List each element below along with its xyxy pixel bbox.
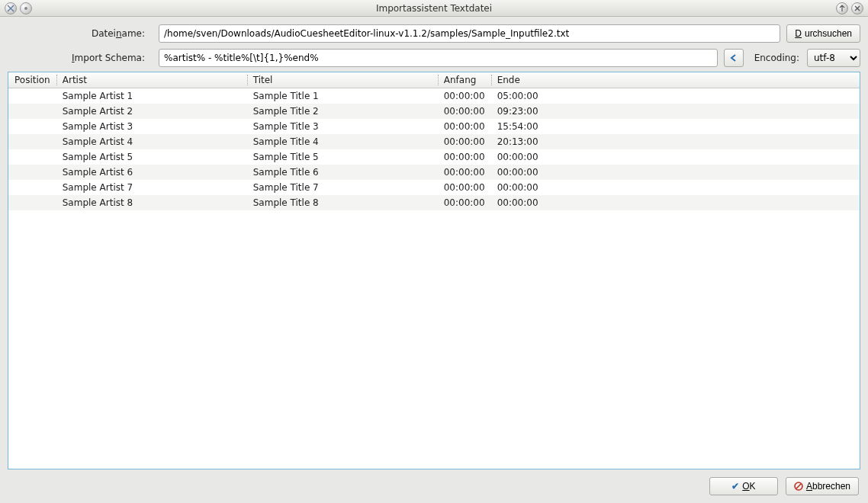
cell-title: Sample Title 6 [247, 165, 438, 180]
col-header-ende[interactable]: Ende [491, 72, 860, 88]
cell-position [8, 195, 56, 210]
arrow-left-icon [728, 53, 739, 63]
svg-point-0 [24, 7, 27, 10]
cell-position [8, 104, 56, 119]
app-menu-icon[interactable] [5, 2, 17, 14]
cell-artist: Sample Artist 2 [56, 104, 247, 119]
cell-ende: 20:13:00 [491, 134, 860, 149]
col-header-artist[interactable]: Artist [56, 72, 247, 88]
col-header-title[interactable]: Titel [247, 72, 438, 88]
titlebar: Importassistent Textdatei [0, 0, 868, 17]
table-row[interactable]: Sample Artist 1Sample Title 100:00:0005:… [8, 88, 860, 104]
form-area: Dateiname: Durchsuchen Import Schema: En… [0, 17, 868, 72]
cell-title: Sample Title 3 [247, 119, 438, 134]
cell-anfang: 00:00:00 [438, 134, 491, 149]
dialog-window: Importassistent Textdatei Dateiname: Dur… [0, 0, 868, 503]
cell-title: Sample Title 7 [247, 180, 438, 195]
cell-anfang: 00:00:00 [438, 119, 491, 134]
cell-ende: 05:00:00 [491, 88, 860, 104]
refresh-button[interactable] [724, 49, 744, 67]
schema-label: Import Schema: [8, 53, 153, 63]
table-row[interactable]: Sample Artist 3Sample Title 300:00:0015:… [8, 119, 860, 134]
ok-button[interactable]: ✔ OK [709, 477, 778, 495]
cell-artist: Sample Artist 7 [56, 180, 247, 195]
table-row[interactable]: Sample Artist 4Sample Title 400:00:0020:… [8, 134, 860, 149]
svg-line-2 [796, 484, 801, 489]
table-row[interactable]: Sample Artist 2Sample Title 200:00:0009:… [8, 104, 860, 119]
close-icon[interactable] [851, 2, 863, 14]
table-row[interactable]: Sample Artist 6Sample Title 600:00:0000:… [8, 165, 860, 180]
table-row[interactable]: Sample Artist 7Sample Title 700:00:0000:… [8, 180, 860, 195]
cell-ende: 00:00:00 [491, 180, 860, 195]
maximize-icon[interactable] [836, 2, 848, 14]
cell-ende: 00:00:00 [491, 165, 860, 180]
cell-title: Sample Title 2 [247, 104, 438, 119]
col-header-position[interactable]: Position [8, 72, 56, 88]
cell-anfang: 00:00:00 [438, 165, 491, 180]
cell-artist: Sample Artist 1 [56, 88, 247, 104]
cell-position [8, 149, 56, 165]
encoding-select[interactable]: utf-8 [807, 49, 860, 67]
cell-artist: Sample Artist 3 [56, 119, 247, 134]
cell-title: Sample Title 4 [247, 134, 438, 149]
cell-anfang: 00:00:00 [438, 180, 491, 195]
preview-table-container: Position Artist Titel Anfang Ende Sample… [8, 72, 860, 469]
cell-anfang: 00:00:00 [438, 104, 491, 119]
filename-input[interactable] [159, 24, 780, 43]
cell-ende: 00:00:00 [491, 195, 860, 210]
filename-label: Dateiname: [8, 28, 153, 39]
cell-ende: 09:23:00 [491, 104, 860, 119]
check-icon: ✔ [731, 481, 739, 492]
schema-input[interactable] [159, 49, 718, 67]
minimize-icon[interactable] [20, 2, 32, 14]
preview-table: Position Artist Titel Anfang Ende Sample… [8, 72, 860, 210]
cell-ende: 00:00:00 [491, 149, 860, 165]
cancel-icon [794, 482, 803, 491]
cell-title: Sample Title 5 [247, 149, 438, 165]
cell-artist: Sample Artist 6 [56, 165, 247, 180]
cell-artist: Sample Artist 5 [56, 149, 247, 165]
cell-title: Sample Title 1 [247, 88, 438, 104]
cell-artist: Sample Artist 8 [56, 195, 247, 210]
col-header-anfang[interactable]: Anfang [438, 72, 491, 88]
encoding-label: Encoding: [750, 53, 801, 63]
browse-button[interactable]: Durchsuchen [786, 24, 860, 43]
cell-position [8, 119, 56, 134]
cell-ende: 15:54:00 [491, 119, 860, 134]
cell-position [8, 88, 56, 104]
cell-anfang: 00:00:00 [438, 149, 491, 165]
cell-position [8, 165, 56, 180]
cell-artist: Sample Artist 4 [56, 134, 247, 149]
dialog-button-bar: ✔ OK Abbrechen [0, 474, 868, 503]
cancel-button[interactable]: Abbrechen [786, 477, 859, 495]
cell-title: Sample Title 8 [247, 195, 438, 210]
cell-anfang: 00:00:00 [438, 195, 491, 210]
table-row[interactable]: Sample Artist 8Sample Title 800:00:0000:… [8, 195, 860, 210]
cell-position [8, 134, 56, 149]
cell-position [8, 180, 56, 195]
window-title: Importassistent Textdatei [0, 3, 868, 14]
table-row[interactable]: Sample Artist 5Sample Title 500:00:0000:… [8, 149, 860, 165]
cell-anfang: 00:00:00 [438, 88, 491, 104]
